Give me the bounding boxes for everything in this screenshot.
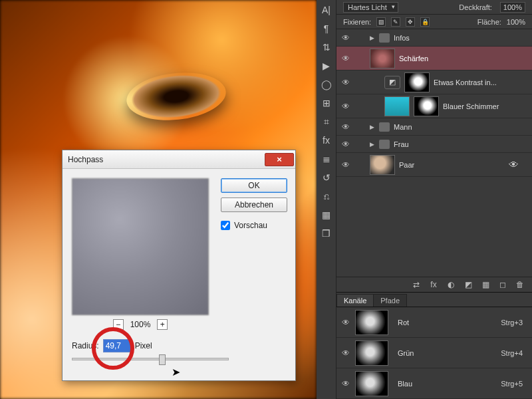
lock-label: Fixieren: bbox=[343, 18, 371, 26]
panel-strip-icon-2[interactable]: ⇅ bbox=[321, 41, 332, 53]
layers-footer-icon-5[interactable]: ◻ bbox=[497, 280, 508, 289]
visibility-toggle[interactable]: 👁 bbox=[336, 102, 355, 111]
zoom-in-button[interactable]: + bbox=[157, 319, 168, 330]
collapsed-panel-strip: A|¶⇅▶◯⊞⌗fx≣↺⎌▦❒ bbox=[317, 0, 336, 399]
visibility-toggle[interactable]: 👁 bbox=[336, 160, 355, 170]
zoom-out-button[interactable]: − bbox=[113, 319, 124, 330]
layers-footer-icon-6[interactable]: 🗑 bbox=[515, 280, 525, 289]
layer-effects-icon[interactable]: 👁 bbox=[509, 159, 519, 170]
layer-row[interactable]: 👁Blauer Schimmer bbox=[336, 94, 532, 118]
radius-slider[interactable] bbox=[72, 358, 229, 360]
ok-button[interactable]: OK bbox=[221, 178, 287, 193]
panel-strip-icon-6[interactable]: ⌗ bbox=[321, 116, 332, 128]
visibility-toggle[interactable]: 👁 bbox=[336, 318, 355, 327]
layer-row[interactable]: 👁▶Infos bbox=[336, 29, 532, 47]
zoom-level: 100% bbox=[130, 320, 151, 329]
panel-strip-icon-5[interactable]: ⊞ bbox=[321, 97, 332, 109]
panel-strip-icon-12[interactable]: ❒ bbox=[321, 227, 332, 239]
visibility-toggle[interactable]: 👁 bbox=[336, 122, 355, 132]
layers-panel: 👁▶Infos👁Schärfen👁◩Etwas Kontrast in...👁B… bbox=[336, 29, 532, 277]
channels-panel: 👁RotStrg+3👁GrünStrg+4👁BlauStrg+5 bbox=[336, 307, 532, 399]
lock-all-icon[interactable]: 🔒 bbox=[420, 17, 430, 27]
layers-footer-icon-1[interactable]: fx bbox=[428, 280, 439, 289]
document-canvas[interactable]: Hochpass × − 100% + Radius: Pixel bbox=[0, 0, 317, 399]
channel-name: Grün bbox=[398, 349, 414, 357]
layer-options-row-1: Hartes Licht Deckkraft: 100% bbox=[336, 0, 532, 15]
radius-input[interactable] bbox=[103, 339, 131, 352]
tab-channels[interactable]: Kanäle bbox=[336, 294, 374, 307]
tab-paths[interactable]: Pfade bbox=[373, 294, 407, 307]
layer-row[interactable]: 👁▶Frau bbox=[336, 136, 532, 153]
visibility-toggle[interactable]: 👁 bbox=[336, 379, 355, 388]
panel-strip-icon-8[interactable]: ≣ bbox=[321, 153, 332, 165]
layers-footer-icon-0[interactable]: ⇄ bbox=[411, 280, 422, 289]
opacity-label: Deckkraft: bbox=[459, 3, 492, 11]
channel-row[interactable]: 👁GrünStrg+4 bbox=[336, 338, 532, 368]
panel-strip-icon-7[interactable]: fx bbox=[321, 134, 332, 146]
channel-thumb[interactable] bbox=[355, 310, 388, 335]
layer-row[interactable]: 👁◩Etwas Kontrast in... bbox=[336, 70, 532, 94]
visibility-toggle[interactable]: 👁 bbox=[336, 33, 355, 43]
layer-thumb[interactable] bbox=[370, 155, 395, 175]
channel-shortcut: Strg+5 bbox=[501, 380, 532, 388]
panel-strip-icon-0[interactable]: A| bbox=[321, 4, 332, 16]
blend-mode-select[interactable]: Hartes Licht bbox=[343, 2, 398, 13]
dialog-titlebar[interactable]: Hochpass × bbox=[63, 150, 295, 169]
layer-mask-thumb[interactable] bbox=[414, 96, 439, 116]
radius-slider-thumb[interactable] bbox=[159, 354, 166, 365]
layer-name: Infos bbox=[394, 34, 532, 42]
lock-transparency-icon[interactable]: ▨ bbox=[376, 17, 386, 27]
channel-thumb[interactable] bbox=[355, 340, 388, 366]
visibility-toggle[interactable]: 👁 bbox=[336, 78, 355, 87]
channel-thumb[interactable] bbox=[355, 371, 388, 396]
folder-icon bbox=[379, 140, 390, 149]
layer-row[interactable]: 👁Paar👁 bbox=[336, 153, 532, 177]
layer-options-row-2: Fixieren: ▨ ✎ ✥ 🔒 Fläche: 100% bbox=[336, 15, 532, 29]
layer-row[interactable]: 👁▶Mann bbox=[336, 118, 532, 136]
channel-shortcut: Strg+3 bbox=[501, 319, 532, 327]
visibility-toggle[interactable]: 👁 bbox=[336, 348, 355, 358]
opacity-input[interactable]: 100% bbox=[500, 2, 525, 13]
panel-strip-icon-3[interactable]: ▶ bbox=[321, 60, 332, 72]
panel-strip-icon-4[interactable]: ◯ bbox=[321, 78, 332, 90]
disclosure-icon[interactable]: ▶ bbox=[370, 141, 379, 148]
disclosure-icon[interactable]: ▶ bbox=[370, 124, 379, 130]
fill-input[interactable]: 100% bbox=[507, 18, 525, 26]
cancel-button[interactable]: Abbrechen bbox=[221, 198, 287, 212]
disclosure-icon[interactable]: ▶ bbox=[370, 35, 379, 41]
panel-strip-icon-1[interactable]: ¶ bbox=[321, 23, 332, 35]
panel-strip-icon-9[interactable]: ↺ bbox=[321, 172, 332, 184]
panel-strip-icon-10[interactable]: ⎌ bbox=[321, 190, 332, 202]
lock-position-icon[interactable]: ✥ bbox=[406, 17, 415, 27]
panel-strip-icon-11[interactable]: ▦ bbox=[321, 209, 332, 221]
cursor-icon: ➤ bbox=[172, 366, 180, 378]
layer-row[interactable]: 👁Schärfen bbox=[336, 47, 532, 70]
layer-thumb[interactable] bbox=[370, 49, 395, 68]
channel-name: Blau bbox=[398, 380, 412, 388]
visibility-toggle[interactable]: 👁 bbox=[336, 54, 355, 63]
preview-checkbox[interactable] bbox=[221, 221, 230, 230]
channels-tabs: Kanäle Pfade bbox=[336, 293, 532, 307]
channel-row[interactable]: 👁RotStrg+3 bbox=[336, 307, 532, 338]
layer-name: Blauer Schimmer bbox=[443, 102, 532, 110]
layers-footer-icon-2[interactable]: ◐ bbox=[446, 280, 456, 289]
layer-name: Mann bbox=[394, 123, 532, 131]
channel-row[interactable]: 👁BlauStrg+5 bbox=[336, 368, 532, 399]
layer-name: Frau bbox=[394, 140, 532, 148]
channel-shortcut: Strg+4 bbox=[501, 349, 532, 357]
lock-pixels-icon[interactable]: ✎ bbox=[391, 17, 400, 27]
layers-footer-icon-3[interactable]: ◩ bbox=[463, 280, 473, 289]
visibility-toggle[interactable]: 👁 bbox=[336, 140, 355, 149]
adjustment-icon[interactable]: ◩ bbox=[384, 76, 400, 89]
fill-label: Fläche: bbox=[477, 18, 501, 26]
dialog-close-button[interactable]: × bbox=[265, 153, 294, 166]
layers-footer-icon-4[interactable]: ▦ bbox=[480, 280, 491, 289]
radius-unit: Pixel bbox=[135, 341, 152, 350]
layer-mask-thumb[interactable] bbox=[404, 72, 430, 92]
filter-preview[interactable] bbox=[72, 178, 209, 315]
layers-panel-footer: ⇄fx◐◩▦◻🗑 bbox=[336, 277, 532, 293]
radius-label: Radius: bbox=[72, 341, 99, 350]
adjustment-thumb[interactable] bbox=[384, 96, 410, 116]
preview-checkbox-row[interactable]: Vorschau bbox=[221, 221, 287, 230]
folder-icon bbox=[379, 122, 390, 132]
